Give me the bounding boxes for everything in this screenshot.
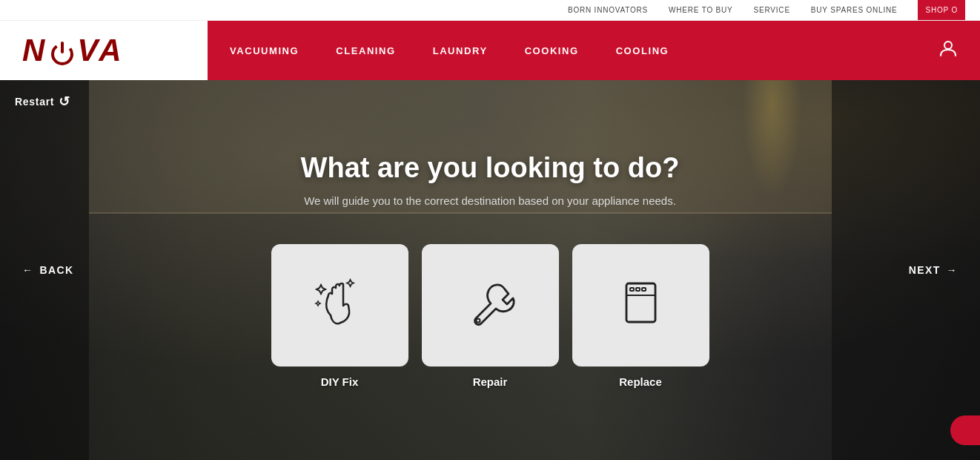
- diy-fix-label: DIY Fix: [321, 375, 359, 388]
- born-innovators-link[interactable]: BORN INNOVATORS: [568, 6, 648, 14]
- restart-icon: ↺: [59, 93, 70, 110]
- main-header: N VA VACUUMING CLEANING LAUNDRY COOKING …: [0, 21, 980, 80]
- next-arrow-icon: →: [947, 264, 958, 276]
- hero-section: Restart ↺ ← BACK NEXT → What are you loo…: [0, 80, 980, 460]
- restart-label: Restart: [15, 96, 54, 108]
- repair-label: Repair: [473, 375, 508, 388]
- nav-bar: VACUUMING CLEANING LAUNDRY COOKING COOLI…: [208, 21, 980, 80]
- svg-rect-5: [630, 288, 634, 291]
- svg-point-2: [944, 42, 952, 49]
- replace-label: Replace: [619, 375, 662, 388]
- diy-fix-card[interactable]: [271, 244, 408, 367]
- shop-link[interactable]: SHOP O: [918, 0, 965, 20]
- hero-subtitle: We will guide you to the correct destina…: [304, 194, 676, 207]
- svg-point-3: [476, 319, 480, 323]
- nav-cooking[interactable]: COOKING: [525, 39, 579, 62]
- buy-spares-link[interactable]: BUY SPARES ONLINE: [811, 6, 898, 14]
- svg-rect-7: [642, 288, 646, 291]
- logo: N VA: [22, 33, 125, 68]
- next-label: NEXT: [909, 264, 941, 276]
- option-cards-row: DIY Fix Repair: [271, 244, 709, 388]
- power-icon: [48, 39, 76, 67]
- replace-wrapper: Replace: [572, 244, 709, 388]
- diy-fix-icon: [310, 273, 369, 332]
- hero-title: What are you looking to do?: [301, 152, 680, 184]
- nav-cooling[interactable]: COOLING: [616, 39, 669, 62]
- nav-cleaning[interactable]: CLEANING: [336, 39, 395, 62]
- back-label: BACK: [39, 264, 73, 276]
- back-arrow-icon: ←: [22, 264, 33, 276]
- account-icon[interactable]: [938, 39, 958, 62]
- hero-content: What are you looking to do? We will guid…: [0, 80, 980, 460]
- repair-icon: [460, 273, 520, 332]
- nav-laundry[interactable]: LAUNDRY: [433, 39, 488, 62]
- svg-rect-6: [636, 288, 640, 291]
- service-link[interactable]: SERVICE: [754, 6, 790, 14]
- nav-vacuuming[interactable]: VACUUMING: [230, 39, 299, 62]
- where-to-buy-link[interactable]: WHERE TO BUY: [669, 6, 732, 14]
- logo-area: N VA: [0, 21, 208, 80]
- repair-wrapper: Repair: [422, 244, 559, 388]
- repair-card[interactable]: [422, 244, 559, 367]
- replace-card[interactable]: [572, 244, 709, 367]
- diy-fix-wrapper: DIY Fix: [271, 244, 408, 388]
- restart-button[interactable]: Restart ↺: [15, 93, 70, 110]
- utility-bar: BORN INNOVATORS WHERE TO BUY SERVICE BUY…: [0, 0, 980, 21]
- back-button[interactable]: ← BACK: [22, 264, 73, 276]
- red-circle-decoration: [950, 415, 980, 445]
- next-button[interactable]: NEXT →: [909, 264, 958, 276]
- replace-icon: [611, 273, 670, 332]
